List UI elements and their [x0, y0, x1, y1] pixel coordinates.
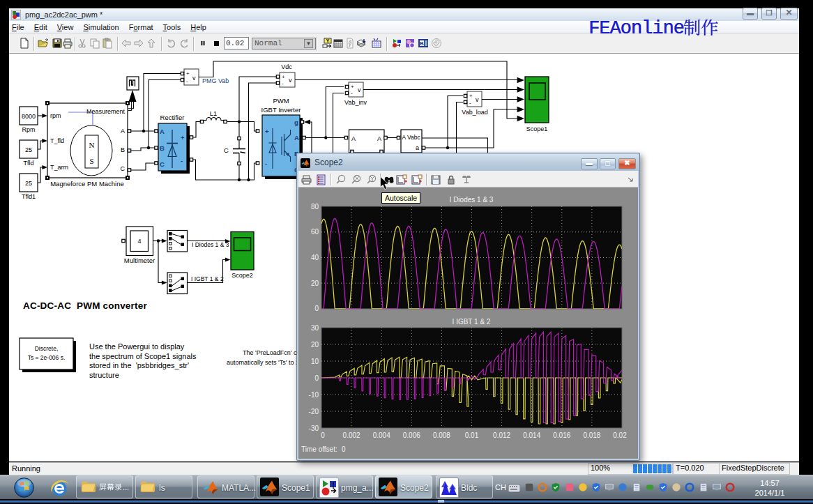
svg-text:0.014: 0.014	[523, 432, 540, 439]
svg-text:I IGBT 1 & 2: I IGBT 1 & 2	[453, 318, 491, 326]
svg-text:Time offset:: Time offset:	[301, 445, 337, 453]
svg-text:60: 60	[311, 228, 319, 236]
svg-text:0.012: 0.012	[493, 432, 510, 439]
svg-text:0.01: 0.01	[465, 432, 479, 439]
svg-text:10: 10	[311, 358, 319, 365]
svg-text:80: 80	[311, 203, 319, 211]
svg-text:20: 20	[311, 341, 319, 349]
svg-text:0: 0	[321, 432, 325, 439]
svg-text:I Diodes 1 & 3: I Diodes 1 & 3	[450, 196, 494, 204]
svg-text:-20: -20	[309, 408, 319, 415]
svg-text:30: 30	[311, 324, 319, 332]
svg-text:0: 0	[314, 374, 319, 382]
svg-text:0.016: 0.016	[553, 432, 570, 439]
svg-text:...: ...	[123, 483, 129, 491]
svg-text:20: 20	[311, 280, 319, 287]
svg-text:0.02: 0.02	[613, 432, 627, 439]
svg-text:0.004: 0.004	[373, 432, 390, 439]
svg-text:0.002: 0.002	[343, 432, 360, 439]
svg-text:0: 0	[342, 445, 346, 453]
svg-text:0: 0	[314, 305, 319, 312]
svg-text:-30: -30	[309, 425, 319, 432]
svg-text:-10: -10	[309, 391, 319, 399]
svg-text:40: 40	[311, 254, 319, 261]
svg-text:0.008: 0.008	[433, 432, 450, 439]
svg-text:0.018: 0.018	[583, 432, 600, 439]
svg-text:0.006: 0.006	[403, 432, 420, 439]
